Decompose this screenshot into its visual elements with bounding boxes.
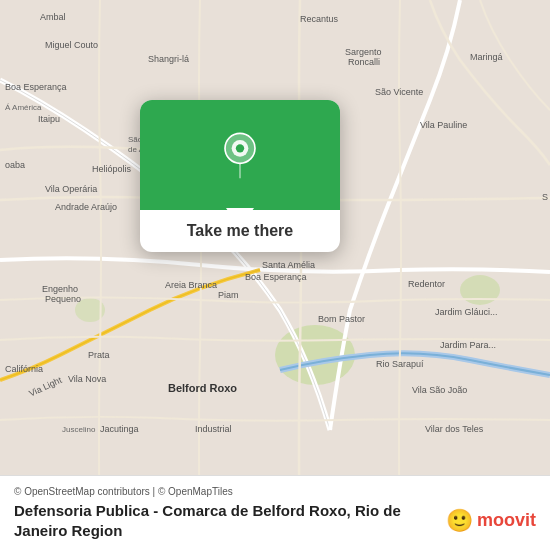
svg-text:Califórnia: Califórnia [5,364,43,374]
popup-tail [226,208,254,228]
svg-text:Bom Pastor: Bom Pastor [318,314,365,324]
svg-point-46 [236,144,244,152]
svg-point-2 [460,275,500,305]
svg-text:Piam: Piam [218,290,239,300]
svg-text:Maringá: Maringá [470,52,503,62]
moovit-face-icon: 🙂 [446,508,473,534]
svg-text:São Vicente: São Vicente [375,87,423,97]
svg-text:Industrial: Industrial [195,424,232,434]
svg-text:Vila São João: Vila São João [412,385,467,395]
moovit-logo: moovit [477,510,536,531]
svg-text:Miguel Couto: Miguel Couto [45,40,98,50]
svg-text:Belford Roxo: Belford Roxo [168,382,237,394]
svg-text:Boa Esperança: Boa Esperança [245,272,307,282]
moovit-badge: 🙂 moovit [446,508,536,534]
svg-text:Jacutinga: Jacutinga [100,424,139,434]
moovit-logo-text: moovit [477,510,536,531]
place-name: Defensoria Publica - Comarca de Belford … [14,501,536,540]
popup-card[interactable]: Take me there [140,100,340,252]
place-name-text: Defensoria Publica - Comarca de Belford … [14,501,446,540]
svg-text:Ambal: Ambal [40,12,66,22]
svg-text:Recantus: Recantus [300,14,339,24]
svg-text:oaba: oaba [5,160,25,170]
svg-text:Heliópolis: Heliópolis [92,164,132,174]
svg-text:Sargento: Sargento [345,47,382,57]
svg-text:Á América: Á América [5,103,42,112]
svg-text:Boa Esperança: Boa Esperança [5,82,67,92]
svg-text:Juscelino: Juscelino [62,425,96,434]
svg-text:Vila Pauline: Vila Pauline [420,120,467,130]
svg-text:Shangri-lá: Shangri-lá [148,54,189,64]
svg-text:Roncalli: Roncalli [348,57,380,67]
svg-text:Areia Branca: Areia Branca [165,280,217,290]
svg-text:Jardim Gláuci...: Jardim Gláuci... [435,307,498,317]
svg-text:Pequeno: Pequeno [45,294,81,304]
location-pin-icon [215,130,265,180]
svg-text:Itaipu: Itaipu [38,114,60,124]
map-container: Ambal Recantus Miguel Couto Shangri-lá S… [0,0,550,550]
svg-text:S: S [542,192,548,202]
svg-text:Engenho: Engenho [42,284,78,294]
map-svg: Ambal Recantus Miguel Couto Shangri-lá S… [0,0,550,550]
svg-text:Santa Amélia: Santa Amélia [262,260,315,270]
svg-text:Vila Nova: Vila Nova [68,374,106,384]
svg-text:Redentor: Redentor [408,279,445,289]
svg-text:Jardim Para...: Jardim Para... [440,340,496,350]
svg-text:Prata: Prata [88,350,110,360]
svg-text:Rio Sarapuí: Rio Sarapuí [376,359,424,369]
attribution: © OpenStreetMap contributors | © OpenMap… [14,486,536,497]
popup-green-area [140,100,340,210]
svg-text:Vilar dos Teles: Vilar dos Teles [425,424,484,434]
svg-text:Andrade Araújo: Andrade Araújo [55,202,117,212]
svg-text:Vila Operária: Vila Operária [45,184,97,194]
bottom-bar: © OpenStreetMap contributors | © OpenMap… [0,475,550,550]
